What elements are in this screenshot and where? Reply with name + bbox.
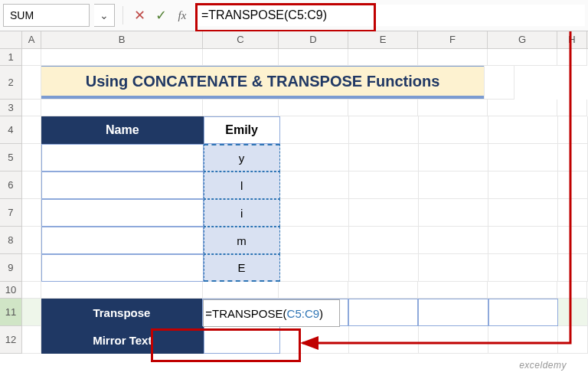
formula-bar-text: =TRANSPOSE(C5:C9) bbox=[201, 8, 327, 22]
row-6: 6 l bbox=[0, 172, 588, 199]
transpose-label-text: Transpose bbox=[93, 306, 150, 319]
col-header-G[interactable]: G bbox=[488, 31, 557, 48]
cell-formula-editing: =TRANSPOSE(C5:C9) bbox=[203, 299, 340, 327]
cell-c5[interactable]: y bbox=[204, 144, 280, 172]
row-8: 8 m bbox=[0, 227, 588, 254]
cancel-icon[interactable]: ✕ bbox=[131, 7, 148, 24]
table-row[interactable] bbox=[41, 254, 204, 282]
row-header-6[interactable]: 6 bbox=[0, 172, 22, 199]
row-header-2[interactable]: 2 bbox=[0, 66, 22, 100]
row-header-7[interactable]: 7 bbox=[0, 199, 22, 227]
name-box[interactable]: SUM bbox=[3, 4, 90, 27]
table-row[interactable] bbox=[41, 144, 204, 172]
col-header-B[interactable]: B bbox=[41, 31, 203, 48]
watermark: exceldemy bbox=[519, 360, 567, 371]
col-header-A[interactable]: A bbox=[22, 31, 41, 48]
separator bbox=[122, 6, 123, 24]
table-row[interactable] bbox=[41, 172, 204, 199]
fx-icon[interactable]: fx bbox=[174, 7, 191, 24]
row-9: 9 E bbox=[0, 254, 588, 282]
col-header-F[interactable]: F bbox=[418, 31, 488, 48]
cell-c11[interactable]: =TRANSPOSE(C5:C9) bbox=[202, 299, 278, 326]
row-header-5[interactable]: 5 bbox=[0, 144, 22, 172]
mirror-label: Mirror Text bbox=[41, 326, 204, 354]
select-all-corner[interactable] bbox=[0, 31, 22, 48]
row-12: 12 Mirror Text bbox=[0, 326, 588, 354]
worksheet: A B C D E F G H 1 2 Using CONCATENATE & … bbox=[0, 31, 588, 354]
row-header-12[interactable]: 12 bbox=[0, 326, 22, 354]
row-header-4[interactable]: 4 bbox=[0, 116, 22, 144]
row-header-8[interactable]: 8 bbox=[0, 227, 22, 254]
table-header-value: Emily bbox=[204, 116, 280, 144]
cell-c9[interactable]: E bbox=[204, 254, 280, 282]
formula-bar-row: SUM ⌄ ✕ ✓ fx =TRANSPOSE(C5:C9) bbox=[0, 0, 588, 31]
cell-c6[interactable]: l bbox=[204, 172, 280, 199]
row-header-11[interactable]: 11 bbox=[0, 299, 22, 326]
col-header-E[interactable]: E bbox=[348, 31, 418, 48]
row-header-1[interactable]: 1 bbox=[0, 49, 22, 66]
col-header-H[interactable]: H bbox=[557, 31, 587, 48]
col-header-C[interactable]: C bbox=[203, 31, 279, 48]
row-1: 1 bbox=[0, 49, 588, 66]
row-4: 4 Name Emily bbox=[0, 116, 588, 144]
row-header-3[interactable]: 3 bbox=[0, 100, 22, 116]
chevron-down-icon[interactable]: ⌄ bbox=[94, 4, 115, 27]
page-title: Using CONCATENATE & TRANSPOSE Functions bbox=[41, 66, 484, 99]
row-header-9[interactable]: 9 bbox=[0, 254, 22, 282]
transpose-label: Transpose bbox=[41, 299, 203, 326]
row-header-10[interactable]: 10 bbox=[0, 282, 22, 299]
row-2: 2 Using CONCATENATE & TRANSPOSE Function… bbox=[0, 66, 588, 100]
cell-c7[interactable]: i bbox=[204, 199, 280, 227]
formula-bar[interactable]: =TRANSPOSE(C5:C9) bbox=[195, 5, 585, 26]
enter-icon[interactable]: ✓ bbox=[152, 7, 169, 24]
cell-c8[interactable]: m bbox=[204, 227, 280, 254]
row-7: 7 i bbox=[0, 199, 588, 227]
column-headers: A B C D E F G H bbox=[0, 31, 588, 49]
row-11: 11 Transpose =TRANSPOSE(C5:C9) bbox=[0, 299, 588, 326]
table-header-name: Name bbox=[41, 116, 204, 144]
col-header-D[interactable]: D bbox=[279, 31, 348, 48]
row-10: 10 bbox=[0, 282, 588, 299]
row-3: 3 bbox=[0, 100, 588, 116]
row-5: 5 y bbox=[0, 144, 588, 172]
table-row[interactable] bbox=[41, 227, 204, 254]
title-cell: Using CONCATENATE & TRANSPOSE Functions bbox=[41, 66, 485, 100]
table-row[interactable] bbox=[41, 199, 204, 227]
